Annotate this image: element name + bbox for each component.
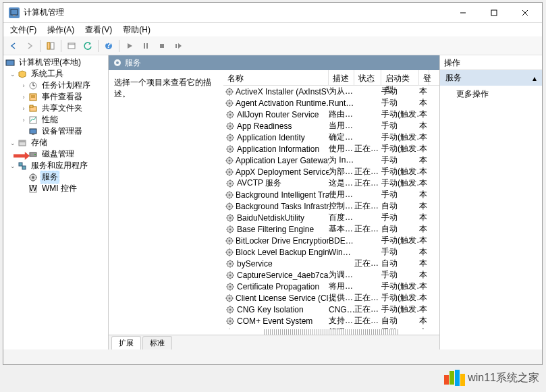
svg-line-83 (227, 128, 228, 129)
service-row[interactable]: BaiduNetdiskUtility百度…手动本 (223, 212, 439, 223)
nav-tree[interactable]: 计算机管理(本地) ⌄系统工具 ›任务计划程序 ›事件查看器 ›共享文件夹 ›性… (3, 55, 109, 349)
svg-point-75 (229, 125, 231, 127)
svg-line-131 (232, 186, 233, 186)
service-row[interactable]: Application Identity确定…手动(触发…本 (223, 132, 439, 143)
col-desc[interactable]: 描述 (329, 70, 354, 85)
collapse-icon[interactable]: ⌄ (9, 163, 17, 169)
expand-icon[interactable]: › (20, 82, 28, 89)
forward-button[interactable] (22, 38, 37, 53)
service-row[interactable]: Client License Service (Clip…提供…正在…手动(触发… (223, 292, 439, 304)
service-name: Certificate Propagation (237, 282, 319, 291)
list-header[interactable]: 名称 描述 状态 启动类型 登 (223, 70, 439, 86)
svg-line-122 (231, 169, 232, 170)
tree-disk-management[interactable]: 磁盘管理 (3, 148, 108, 160)
service-row[interactable]: Application Layer Gateway…为 In…手动本 (223, 155, 439, 166)
col-logon[interactable]: 登 (419, 70, 429, 85)
svg-rect-7 (51, 43, 54, 49)
stop-service-button[interactable] (155, 38, 169, 53)
export-button[interactable] (64, 38, 79, 53)
tree-device-manager[interactable]: 设备管理器 (3, 125, 108, 137)
maximize-button[interactable] (479, 3, 510, 22)
view-tabs: 扩展 标准 (109, 335, 439, 349)
menu-view[interactable]: 查看(V) (81, 23, 116, 37)
menu-help[interactable]: 帮助(H) (119, 23, 155, 37)
service-row[interactable]: CaptureService_4aeb7ca为调…手动本 (223, 269, 439, 281)
service-row[interactable]: ActiveX Installer (AxInstSV)为从…手动本 (223, 86, 439, 97)
tree-event-viewer[interactable]: ›事件查看器 (3, 91, 108, 103)
tab-extended[interactable]: 扩展 (111, 336, 141, 349)
gear-icon (225, 121, 235, 131)
tree-services[interactable]: 服务 (3, 171, 108, 183)
expand-icon[interactable]: › (20, 117, 28, 123)
refresh-button[interactable] (80, 38, 95, 53)
svg-line-183 (227, 243, 227, 244)
col-start[interactable]: 启动类型 (381, 70, 419, 85)
collapse-icon[interactable]: ⌄ (9, 140, 17, 146)
service-row[interactable]: Application Information使用…正在…手动(触发…本 (223, 143, 439, 155)
gear-icon (225, 110, 235, 119)
service-row[interactable]: AllJoyn Router Service路由…手动(触发…本 (223, 109, 439, 120)
show-hide-tree-button[interactable] (43, 38, 58, 53)
service-logon: 本 (419, 223, 429, 235)
service-name: BaiduNetdiskUtility (237, 213, 304, 223)
service-row[interactable]: Background Intelligent Tra…使用…手动本 (223, 189, 439, 200)
pause-service-button[interactable] (138, 38, 153, 53)
gear-icon (225, 179, 235, 188)
service-start: 手动 (381, 212, 419, 223)
back-button[interactable] (6, 38, 21, 53)
svg-line-191 (231, 254, 232, 255)
expand-icon[interactable]: › (20, 94, 28, 101)
service-row[interactable]: Certificate Propagation将用…手动(触发…本 (223, 281, 439, 292)
service-row[interactable]: COM+ Event System支持…正在…自动本 (223, 315, 439, 327)
restart-service-button[interactable] (171, 38, 186, 53)
service-row[interactable]: App Readiness当用…手动本 (223, 120, 439, 132)
service-row[interactable]: byService正在…自动本 (223, 258, 439, 269)
menu-action[interactable]: 操作(A) (43, 23, 78, 37)
tree-services-apps[interactable]: ⌄服务和应用程序 (3, 160, 108, 171)
service-desc: 确定… (329, 132, 354, 143)
service-row[interactable]: Background Tasks Infrastru…控制…正在…自动本 (223, 200, 439, 212)
minimize-button[interactable] (447, 3, 479, 22)
service-status: 正在… (354, 304, 381, 315)
service-row[interactable]: AppX Deployment Service …为部…正在…手动(触发…本 (223, 166, 439, 177)
tree-performance[interactable]: ›性能 (3, 114, 108, 125)
svg-line-220 (227, 284, 228, 285)
tree-root[interactable]: 计算机管理(本地) (3, 57, 108, 68)
tree-shared-folders[interactable]: ›共享文件夹 (3, 103, 108, 114)
tree-wmi[interactable]: WWMI 控件 (3, 183, 108, 194)
col-status[interactable]: 状态 (354, 70, 381, 85)
service-name: Application Layer Gateway… (236, 156, 329, 165)
tree-task-scheduler[interactable]: ›任务计划程序 (3, 80, 108, 91)
service-row[interactable]: Agent Activation Runtime…Runt…手动本 (223, 97, 439, 109)
svg-line-63 (227, 105, 227, 106)
service-row[interactable]: CNG Key IsolationCNG…正在…手动(触发…本 (223, 304, 439, 315)
service-start: 手动 (381, 120, 419, 132)
service-row[interactable]: Block Level Backup Engine …Win…手动本 (223, 246, 439, 258)
tree-storage[interactable]: ⌄存储 (3, 137, 108, 148)
col-name[interactable]: 名称 (223, 70, 329, 85)
expand-icon[interactable]: › (20, 105, 28, 112)
start-service-button[interactable] (122, 38, 137, 53)
collapse-icon[interactable]: ⌄ (9, 71, 17, 78)
service-row[interactable]: Base Filtering Engine基本…正在…自动本 (223, 223, 439, 235)
svg-rect-16 (6, 60, 14, 65)
svg-line-51 (231, 94, 232, 94)
close-button[interactable] (510, 3, 541, 22)
svg-point-185 (229, 251, 231, 253)
services-list[interactable]: 名称 描述 状态 启动类型 登 ActiveX Installer (AxIns… (223, 70, 439, 335)
actions-section[interactable]: 服务 ▴ (440, 70, 542, 86)
svg-line-113 (227, 163, 227, 163)
horizontal-scrollbar[interactable] (264, 329, 399, 335)
tree-system-tools[interactable]: ⌄系统工具 (3, 68, 108, 80)
service-row[interactable]: AVCTP 服务这是…正在…手动(触发…本 (223, 177, 439, 189)
service-row[interactable]: BitLocker Drive Encryption …BDE…手动(触发…本 (223, 235, 439, 246)
actions-more[interactable]: 更多操作 (440, 86, 542, 103)
caret-up-icon[interactable]: ▴ (533, 74, 537, 83)
help-button[interactable]: ? (101, 38, 116, 53)
service-start: 手动(触发… (381, 177, 419, 189)
svg-line-153 (227, 208, 227, 209)
tab-standard[interactable]: 标准 (142, 336, 172, 349)
svg-line-152 (231, 204, 232, 204)
svg-line-141 (231, 197, 232, 198)
menu-file[interactable]: 文件(F) (6, 23, 40, 37)
